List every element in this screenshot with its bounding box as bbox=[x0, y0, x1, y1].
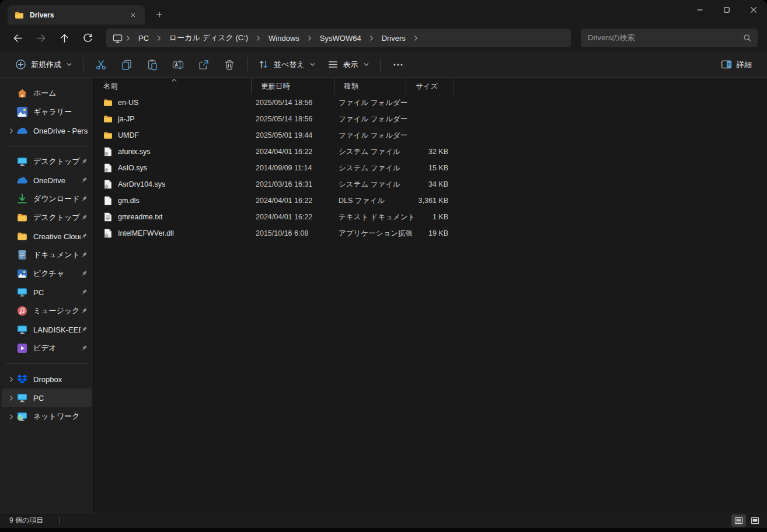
column-header[interactable]: 種類 bbox=[334, 78, 406, 94]
sidebar-item-pictures[interactable]: ピクチャ bbox=[2, 264, 92, 283]
expand-chevron-icon[interactable] bbox=[5, 414, 17, 420]
file-type: ファイル フォルダー bbox=[334, 114, 406, 124]
status-divider bbox=[60, 517, 60, 524]
view-button-label: 表示 bbox=[343, 60, 358, 70]
refresh-button[interactable] bbox=[76, 28, 99, 48]
sidebar-item-pc[interactable]: PC bbox=[2, 388, 92, 407]
view-button[interactable]: 表示 bbox=[322, 54, 375, 75]
minimize-button[interactable] bbox=[686, 0, 713, 20]
breadcrumb-item[interactable]: PC bbox=[133, 32, 154, 44]
file-row[interactable]: gm.dls2024/04/01 16:22DLS ファイル3,361 KB bbox=[94, 192, 767, 209]
view-icon bbox=[327, 59, 339, 70]
share-button[interactable] bbox=[191, 54, 217, 75]
file-size: 32 KB bbox=[406, 148, 454, 156]
sidebar-item-landisk[interactable]: LANDISK-EEB1A bbox=[2, 320, 92, 339]
close-button[interactable] bbox=[740, 0, 767, 20]
file-row[interactable]: AsrDrv104.sys2021/03/16 16:31システム ファイル34… bbox=[94, 176, 767, 192]
network-icon bbox=[17, 411, 27, 422]
sidebar-item-dropbox[interactable]: Dropbox bbox=[2, 370, 92, 388]
breadcrumb-chevron-icon bbox=[154, 35, 164, 41]
details-pane-button[interactable]: 詳細 bbox=[715, 54, 758, 75]
delete-button[interactable] bbox=[217, 54, 242, 75]
file-name: gm.dls bbox=[118, 197, 140, 205]
folder-icon bbox=[103, 98, 113, 107]
music-icon bbox=[17, 306, 27, 316]
file-row[interactable]: en-US2025/05/14 18:56ファイル フォルダー bbox=[94, 94, 767, 111]
expand-chevron-icon[interactable] bbox=[5, 128, 17, 134]
sidebar-item-videos[interactable]: ビデオ bbox=[2, 339, 92, 358]
sidebar-item-desktop-folder[interactable]: デスクトップ bbox=[2, 208, 92, 227]
thumbnail-view-toggle[interactable] bbox=[748, 514, 762, 527]
file-row[interactable]: AsIO.sys2014/09/09 11:14システム ファイル15 KB bbox=[94, 160, 767, 176]
up-button[interactable] bbox=[53, 28, 76, 48]
file-row[interactable]: IntelMEFWVer.dll2015/10/16 6:08アプリケーション拡… bbox=[94, 225, 767, 242]
chevron-down-icon bbox=[363, 61, 369, 68]
file-type: ファイル フォルダー bbox=[334, 131, 406, 141]
sidebar-item-onedrive-personal[interactable]: OneDrive - Persona bbox=[2, 121, 92, 140]
sidebar-divider bbox=[6, 363, 88, 364]
file-row[interactable]: ja-JP2025/05/14 18:56ファイル フォルダー bbox=[94, 111, 767, 127]
chevron-down-icon bbox=[66, 61, 72, 68]
file-row[interactable]: afunix.sys2024/04/01 16:22システム ファイル32 KB bbox=[94, 144, 767, 160]
column-header[interactable]: サイズ bbox=[406, 78, 454, 94]
breadcrumb-chevron-icon bbox=[411, 35, 421, 41]
tab-drivers[interactable]: Drivers bbox=[8, 5, 145, 24]
search-icon bbox=[742, 33, 752, 43]
forward-button[interactable] bbox=[29, 28, 53, 48]
details-view-toggle[interactable] bbox=[731, 514, 746, 527]
sidebar-item-music[interactable]: ミュージック bbox=[2, 302, 92, 320]
tab-close-button[interactable] bbox=[126, 8, 140, 22]
search-box[interactable]: Driversの検索 bbox=[581, 29, 758, 47]
pin-icon bbox=[81, 214, 88, 221]
onedrive-icon bbox=[17, 125, 27, 136]
column-header-label: サイズ bbox=[416, 82, 438, 92]
new-tab-button[interactable] bbox=[152, 7, 167, 22]
sidebar-item-label: LANDISK-EEB1A bbox=[33, 326, 81, 334]
expand-chevron-icon[interactable] bbox=[5, 395, 17, 401]
dropbox-icon bbox=[17, 374, 27, 384]
sidebar-item-creative-cloud-files[interactable]: Creative Cloud F bbox=[2, 227, 92, 246]
sidebar-item-network[interactable]: ネットワーク bbox=[2, 407, 92, 426]
sidebar-item-label: OneDrive bbox=[33, 176, 81, 185]
sidebar-item-onedrive[interactable]: OneDrive bbox=[2, 171, 92, 190]
sidebar-item-documents[interactable]: ドキュメント bbox=[2, 246, 92, 264]
sort-button[interactable]: 並べ替え bbox=[252, 54, 322, 75]
status-bar: 9 個の項目 bbox=[0, 513, 767, 528]
sidebar-item-downloads[interactable]: ダウンロード bbox=[2, 190, 92, 208]
column-header-label: 更新日時 bbox=[261, 82, 290, 92]
sidebar-item-desktop[interactable]: デスクトップ bbox=[2, 152, 92, 171]
copy-button[interactable] bbox=[114, 54, 140, 75]
file-date: 2025/05/14 18:56 bbox=[252, 115, 334, 123]
new-button[interactable]: 新規作成 bbox=[9, 54, 78, 75]
address-bar[interactable]: PCローカル ディスク (C:)WindowsSysWOW64Drivers bbox=[106, 29, 571, 47]
breadcrumb-chevron-icon bbox=[367, 35, 376, 41]
breadcrumb-item[interactable]: Drivers bbox=[376, 32, 411, 44]
maximize-button[interactable] bbox=[713, 0, 740, 20]
sidebar-item-pc-pinned[interactable]: PC bbox=[2, 283, 92, 302]
breadcrumb-item[interactable]: SysWOW64 bbox=[315, 32, 367, 44]
sidebar-item-label: ドキュメント bbox=[33, 250, 81, 260]
file-row[interactable]: UMDF2025/05/01 19:44ファイル フォルダー bbox=[94, 127, 767, 144]
file-row[interactable]: gmreadme.txt2024/04/01 16:22テキスト ドキュメント1… bbox=[94, 209, 767, 225]
more-options-button[interactable] bbox=[385, 54, 411, 75]
expand-chevron-icon[interactable] bbox=[5, 376, 17, 383]
file-date: 2024/04/01 16:22 bbox=[252, 148, 334, 156]
sidebar-item-home[interactable]: ホーム bbox=[2, 84, 92, 103]
file-explorer-window: Drivers PCローカル ディスク (C:)WindowsSysWOW64D… bbox=[0, 0, 767, 532]
pin-icon bbox=[81, 326, 88, 333]
column-header-label: 名前 bbox=[103, 82, 118, 92]
back-button[interactable] bbox=[6, 28, 29, 48]
rename-button[interactable] bbox=[165, 54, 191, 75]
paste-button[interactable] bbox=[140, 54, 165, 75]
breadcrumb-item[interactable]: Windows bbox=[263, 32, 305, 44]
file-date: 2014/09/09 11:14 bbox=[252, 164, 334, 172]
breadcrumb-item[interactable]: ローカル ディスク (C:) bbox=[164, 31, 253, 45]
cut-button[interactable] bbox=[88, 54, 114, 75]
main-area: ホームギャラリーOneDrive - PersonaデスクトップOneDrive… bbox=[0, 78, 767, 513]
download-icon bbox=[17, 194, 27, 204]
column-header[interactable]: 名前 bbox=[94, 78, 252, 94]
sidebar-item-gallery[interactable]: ギャラリー bbox=[2, 103, 92, 121]
item-count: 9 個の項目 bbox=[9, 516, 43, 526]
pin-icon bbox=[81, 307, 88, 314]
column-header[interactable]: 更新日時 bbox=[252, 78, 334, 94]
